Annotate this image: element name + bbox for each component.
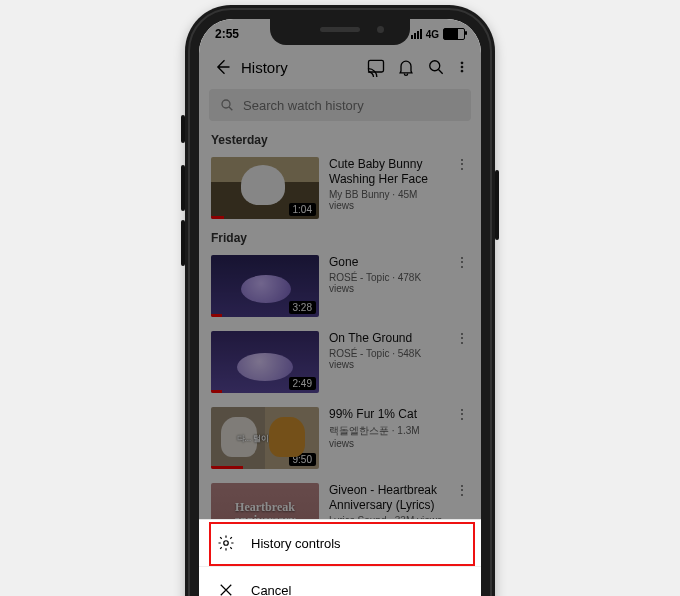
progress-bar (211, 216, 224, 219)
phone-frame: 2:55 4G History (185, 5, 495, 596)
sheet-label: History controls (251, 536, 341, 551)
page-title: History (241, 59, 357, 76)
video-thumbnail[interactable]: 3:28 (211, 255, 319, 317)
video-more-icon[interactable]: ⋮ (455, 255, 469, 317)
search-input[interactable]: Search watch history (209, 89, 471, 121)
svg-point-3 (461, 66, 463, 68)
svg-point-2 (461, 62, 463, 64)
cancel-option[interactable]: Cancel (199, 566, 481, 596)
close-icon (217, 581, 235, 596)
section-label: Yesterday (199, 131, 481, 153)
screen-content: 2:55 4G History (199, 19, 481, 596)
video-thumbnail[interactable]: 1:04 (211, 157, 319, 219)
notch (270, 19, 410, 45)
network-label: 4G (426, 29, 439, 40)
more-vert-icon[interactable] (455, 56, 469, 78)
svg-point-6 (224, 541, 229, 546)
search-icon[interactable] (425, 56, 447, 78)
svg-point-5 (222, 100, 230, 108)
status-time: 2:55 (215, 27, 239, 41)
bottom-sheet: History controls Cancel (199, 519, 481, 596)
progress-bar (211, 466, 243, 469)
progress-bar (211, 314, 222, 317)
video-duration: 9:50 (289, 453, 316, 466)
video-row[interactable]: 2:49 On The Ground ROSÉ - Topic · 548K v… (199, 327, 481, 403)
video-byline: My BB Bunny · 45M views (329, 189, 445, 211)
video-duration: 2:49 (289, 377, 316, 390)
video-more-icon[interactable]: ⋮ (455, 331, 469, 393)
video-thumbnail[interactable]: 2:49 (211, 331, 319, 393)
app-header: History (199, 49, 481, 85)
video-more-icon[interactable]: ⋮ (455, 407, 469, 469)
video-duration: 1:04 (289, 203, 316, 216)
gear-icon (217, 534, 235, 552)
video-title: Giveon - Heartbreak Anniversary (Lyrics) (329, 483, 445, 513)
history-controls-option[interactable]: History controls (199, 520, 481, 566)
cast-icon[interactable] (365, 56, 387, 78)
svg-point-1 (430, 61, 440, 71)
search-placeholder: Search watch history (243, 98, 364, 113)
thumb-caption: 다... 털이었구나 (237, 433, 294, 444)
search-icon (219, 97, 235, 113)
progress-bar (211, 390, 222, 393)
volume-down-button (181, 220, 185, 266)
video-row[interactable]: 3:28 Gone ROSÉ - Topic · 478K views ⋮ (199, 251, 481, 327)
volume-up-button (181, 165, 185, 211)
video-more-icon[interactable]: ⋮ (455, 157, 469, 219)
video-byline: ROSÉ - Topic · 478K views (329, 272, 445, 294)
svg-point-4 (461, 70, 463, 72)
video-title: On The Ground (329, 331, 445, 346)
video-duration: 3:28 (289, 301, 316, 314)
video-byline: 랙돌엘한스푼 · 1.3M views (329, 424, 445, 449)
video-title: 99% Fur 1% Cat (329, 407, 445, 422)
video-title: Gone (329, 255, 445, 270)
svg-rect-0 (369, 60, 384, 72)
sheet-label: Cancel (251, 583, 291, 597)
signal-icon (411, 29, 422, 39)
power-button (495, 170, 499, 240)
battery-icon (443, 28, 465, 40)
video-byline: ROSÉ - Topic · 548K views (329, 348, 445, 370)
video-thumbnail[interactable]: 다... 털이었구나 9:50 (211, 407, 319, 469)
bell-icon[interactable] (395, 56, 417, 78)
video-row[interactable]: 1:04 Cute Baby Bunny Washing Her Face My… (199, 153, 481, 229)
video-title: Cute Baby Bunny Washing Her Face (329, 157, 445, 187)
mute-switch (181, 115, 185, 143)
back-arrow-icon[interactable] (211, 56, 233, 78)
video-row[interactable]: 다... 털이었구나 9:50 99% Fur 1% Cat 랙돌엘한스푼 · … (199, 403, 481, 479)
section-label: Friday (199, 229, 481, 251)
